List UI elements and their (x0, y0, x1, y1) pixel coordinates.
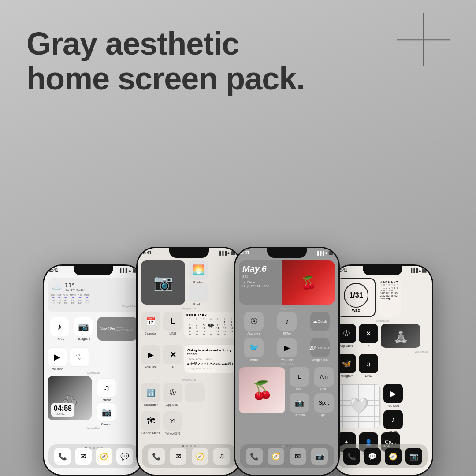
icon-row-p2b[interactable]: ▶ YouTube ✕ X (141, 345, 182, 368)
line-icon-wrap-3[interactable]: L LINE (288, 367, 310, 390)
youtube-icon-wrap-3[interactable]: ▶ YouTube (272, 338, 302, 361)
line-icon-4[interactable]: :) (359, 354, 378, 373)
dock-2[interactable]: 📞 ✉ 🧭 ♫ (142, 444, 236, 468)
music-icon-wrap[interactable]: ♫ Music (97, 378, 116, 402)
status-icons-1: ▐▐▐ ▲ ⬛ (119, 268, 138, 273)
empty-icon[interactable] (185, 383, 205, 402)
heart-icon[interactable]: ♡ (70, 347, 89, 367)
dock-mail-1[interactable]: ✉ (75, 448, 92, 465)
cross-decoration (397, 13, 450, 66)
line-icon-wrap-2[interactable]: L LINE (163, 312, 182, 335)
youtube-icon[interactable]: ▶ (48, 347, 67, 367)
dock-safari-3[interactable]: 🧭 (268, 448, 284, 465)
camera-icon-1[interactable]: 📷 (97, 402, 116, 422)
tiktok-icon-wrap-4[interactable]: ♪ TikTok (383, 410, 403, 433)
instagram-icon[interactable]: 📷 (74, 317, 93, 336)
heart-icon-wrap[interactable]: ♡ (70, 347, 89, 371)
person-photo-widget (381, 324, 420, 348)
camera-icon-3[interactable]: 📷 (290, 393, 309, 413)
appstore-icon-wrap-3[interactable]: Ⓐ App store (239, 312, 269, 335)
book-label: Book... (193, 303, 203, 306)
spotify-icon-wrap[interactable]: Sp... Spo... (313, 393, 335, 416)
line-icon-2[interactable]: L (163, 312, 182, 331)
youtube-tiktok-col[interactable]: ▶ YouTube ♪ TikTok (383, 384, 403, 433)
dock-camera-4[interactable]: 📷 (405, 448, 422, 465)
icon-grid-3a[interactable]: Ⓐ App store ♪ TikTok ☁Clouds (239, 312, 335, 335)
x-icon-2[interactable]: ✕ (163, 345, 182, 364)
amazon-icon-wrap[interactable]: Am Ama... (313, 367, 335, 390)
camera-icon-wrap-1[interactable]: 📷 Camera (97, 402, 116, 426)
photos-icon[interactable]: 🌅 (189, 260, 208, 280)
calendar-icon[interactable]: 📅 (141, 312, 160, 331)
tiktok-icon[interactable]: ♪ (50, 317, 69, 336)
appstore-icon-2[interactable]: Ⓐ (163, 383, 182, 402)
spotify-icon[interactable]: Sp... (314, 393, 334, 413)
icon-row-p2c[interactable]: 🔢 Calculator Ⓐ App Sto... (141, 383, 205, 406)
icon-row-4b[interactable]: 🦋 Instagram :) LINE (337, 354, 378, 377)
twitter-icon[interactable]: 🐦 (244, 338, 264, 357)
dock-compass-2[interactable]: 🧭 (192, 448, 208, 465)
appstore-icon-wrap-2[interactable]: Ⓐ App Sto... (163, 383, 182, 406)
dock-safari-1[interactable]: 🧭 (96, 448, 112, 465)
tiktok-icon-wrap[interactable]: ♪ TikTok (50, 317, 69, 341)
maps-icon[interactable]: 🗺 (141, 411, 160, 431)
dock-messages-1[interactable]: 💬 (116, 448, 133, 465)
calc-icon[interactable]: 🔢 (141, 383, 160, 402)
icon-row-p2d[interactable]: 🗺 Google Maps Y! Yahoo!乗換 (141, 411, 182, 436)
line-icon-wrap-4[interactable]: :) LINE (359, 354, 378, 377)
photos2-icon[interactable] (189, 283, 208, 302)
dock-compass-4[interactable]: 🧭 (385, 448, 402, 465)
dock-instagram-3[interactable]: 📷 (311, 448, 328, 465)
icon-row-4c[interactable]: 🤍 ▶ YouTube ♪ TikTok (337, 384, 403, 433)
empty-icon-wrap[interactable] (185, 383, 205, 406)
tiktok-icon-3[interactable]: ♪ (277, 312, 297, 331)
appstore-icon-3[interactable]: Ⓐ (244, 312, 264, 331)
dock-mail-3[interactable]: ✉ (290, 448, 306, 465)
icon-row-p2[interactable]: 📅 Calendar L LINE (141, 312, 182, 335)
camera-icon-wrap-3[interactable]: 📷 Camera (288, 393, 310, 416)
yahoo-icon[interactable]: Y! (163, 411, 182, 431)
dock-phone-4[interactable]: 📞 (343, 448, 360, 465)
twitter-label: Twitter (249, 358, 259, 361)
instagram-icon-wrap[interactable]: 📷 Instagram (74, 317, 93, 341)
heart-shape: 🤍 (349, 397, 369, 415)
youtube-icon-wrap[interactable]: ▶ YouTube (48, 347, 67, 371)
dock-phone-1[interactable]: 📞 (54, 448, 71, 465)
maps-icon-wrap[interactable]: 🗺 Google Maps (141, 411, 160, 436)
icon-grid-3b[interactable]: 🐦 Twitter ▶ YouTube 20°H:25°M:18° Widget… (239, 338, 335, 361)
clock-cal-row: 1/31 WED JANUARY SMTWTFS 123456 78910111… (337, 278, 401, 317)
wc-label-temp: WidgetClub (312, 358, 328, 361)
x-icon-wrap-4[interactable]: ✕ X (359, 324, 378, 348)
line-icon-3[interactable]: L (290, 367, 309, 387)
icon-row-2[interactable]: ▶ YouTube ♡ (48, 347, 89, 371)
youtube-icon-wrap-4[interactable]: ▶ YouTube (383, 384, 403, 407)
photos2-icon-wrap[interactable]: Book... (189, 283, 208, 306)
photos-icon-wrap[interactable]: 🌅 Photos (189, 260, 208, 284)
tiktok-icon-wrap-3[interactable]: ♪ TikTok (272, 312, 302, 335)
calendar-icon-wrap[interactable]: 📅 Calendar (141, 312, 160, 335)
yahoo-icon-wrap[interactable]: Y! Yahoo!乗換 (163, 411, 182, 436)
icon-row-1[interactable]: ♪ TikTok 📷 Instagram Nov.18friCloudsHigh… (48, 317, 139, 341)
music-icon[interactable]: ♫ (97, 378, 116, 398)
dock-1[interactable]: 📞 ✉ 🧭 💬 (48, 444, 138, 468)
youtube-icon-2[interactable]: ▶ (141, 345, 160, 364)
dock-phone-2[interactable]: 📞 (148, 448, 165, 465)
dock-messages-4[interactable]: 💬 (364, 448, 381, 465)
icon-row-4a[interactable]: Ⓐ App Store ✕ X (337, 324, 420, 348)
youtube-icon-wrap-2[interactable]: ▶ YouTube (141, 345, 160, 368)
calc-icon-wrap[interactable]: 🔢 Calculator (141, 383, 160, 406)
youtube-icon-4[interactable]: ▶ (383, 384, 403, 403)
dock-phone-3[interactable]: 📞 (246, 448, 263, 465)
amazon-icon[interactable]: Am (314, 367, 334, 387)
dock-music-2[interactable]: ♫ (213, 448, 230, 465)
tiktok-icon-4[interactable]: ♪ (383, 410, 403, 429)
youtube-icon-3[interactable]: ▶ (277, 338, 297, 357)
forecast-day: MON☂️13°13° (70, 294, 76, 305)
icon-grid-3c[interactable]: L LINE Am Ama... 📷 Camera Sp... Spo... (288, 367, 335, 416)
dock-4[interactable]: 📞 💬 🧭 📷 (338, 444, 428, 468)
dock-mail-2[interactable]: ✉ (170, 448, 186, 465)
dock-3[interactable]: 📞 🧭 ✉ 📷 (240, 444, 334, 468)
twitter-icon-wrap[interactable]: 🐦 Twitter (239, 338, 269, 361)
x-icon-4[interactable]: ✕ (359, 324, 378, 343)
x-icon-wrap-2[interactable]: ✕ X (163, 345, 182, 368)
